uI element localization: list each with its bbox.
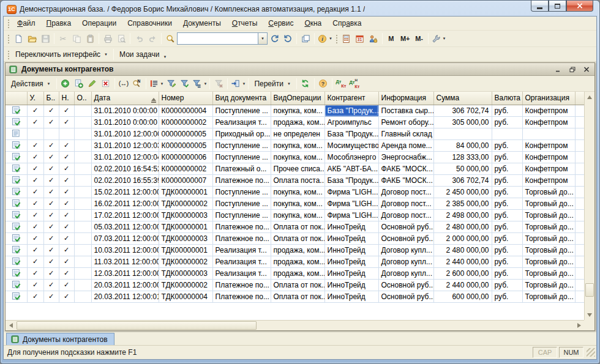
table-row[interactable]: ✓✓✓20.03.2011 12:00:00ТДК00000002Платежн… xyxy=(6,279,584,291)
cell-contr[interactable]: ИнноТрейд xyxy=(324,291,378,302)
cell-cur[interactable] xyxy=(492,128,522,139)
maximize-button[interactable] xyxy=(549,1,566,12)
column-header-filler[interactable] xyxy=(575,92,584,105)
cell-cur[interactable]: руб. xyxy=(492,291,522,302)
cell-info[interactable]: Основной руб... xyxy=(378,291,433,302)
info-button[interactable]: i▼ xyxy=(317,32,333,45)
add-button[interactable] xyxy=(59,77,72,91)
cell-check-o[interactable] xyxy=(74,221,91,232)
cell-check-o[interactable] xyxy=(74,267,91,279)
cell-sum[interactable]: 84 000,00 xyxy=(433,139,492,151)
cell-info[interactable]: ФАКБ "МОСК... xyxy=(378,163,433,174)
cell-check-o[interactable] xyxy=(74,232,91,244)
cell-org[interactable]: Конфетпром xyxy=(522,163,575,174)
cell-doc-status[interactable] xyxy=(6,105,27,116)
cell-check-b[interactable]: ✓ xyxy=(43,198,59,209)
cell-num[interactable]: ТДК00000003 xyxy=(159,209,212,221)
minimize-button[interactable] xyxy=(531,1,549,12)
table-row[interactable]: ✓✓✓10.03.2011 12:00:00ТДК00000001Реализа… xyxy=(6,244,584,256)
cell-check-o[interactable] xyxy=(74,163,91,174)
cell-cur[interactable]: руб. xyxy=(492,279,522,291)
table-row[interactable]: ✓✓✓31.01.2010 0:00:00К0000000004Поступле… xyxy=(6,105,584,116)
cell-org[interactable]: Конфетпром xyxy=(522,116,575,128)
cell-org[interactable]: Конфетпром xyxy=(522,105,575,116)
print-preview-button[interactable] xyxy=(114,32,128,45)
cell-contr[interactable]: Мособлэнерго xyxy=(324,151,378,163)
cell-check-n[interactable]: ✓ xyxy=(59,267,74,279)
cell-info[interactable]: ФАКБ "МОСК... xyxy=(378,174,433,186)
table-row[interactable]: ✓✓✓02.02.2010 16:55:39К0000000007Платежн… xyxy=(6,174,584,186)
cell-check-o[interactable] xyxy=(74,291,91,302)
cell-contr[interactable]: Фирма "LIGH... xyxy=(324,186,378,198)
column-header-date[interactable]: Дата xyxy=(91,92,159,105)
cell-check-n[interactable]: ✓ xyxy=(59,279,74,291)
column-header-num[interactable]: Номер xyxy=(159,92,212,105)
cell-op[interactable]: продажа, ком... xyxy=(271,267,324,279)
cell-cur[interactable]: руб. xyxy=(492,116,522,128)
cell-cur[interactable]: руб. xyxy=(492,174,522,186)
cell-date[interactable]: 05.03.2011 12:00:00 xyxy=(91,221,159,232)
column-header-n[interactable]: Н. xyxy=(59,92,74,105)
close-button[interactable] xyxy=(566,1,593,12)
scroll-up-button[interactable] xyxy=(585,92,594,102)
cell-sum[interactable]: 2 385 000,00 xyxy=(433,198,492,209)
menu-item-2[interactable]: Операции xyxy=(77,17,122,29)
cell-num[interactable]: К0000000004 xyxy=(159,105,212,116)
cell-op[interactable]: продажа, ком... xyxy=(271,256,324,267)
toolbar-grip[interactable] xyxy=(335,34,338,43)
cell-info[interactable]: Аренда поме... xyxy=(378,139,433,151)
cell-cur[interactable]: руб. xyxy=(492,267,522,279)
add-copy-button[interactable] xyxy=(72,77,86,91)
cell-check-u[interactable]: ✓ xyxy=(27,244,43,256)
cell-check-b[interactable]: ✓ xyxy=(43,291,59,302)
cell-date[interactable]: 20.03.2011 12:00:00 xyxy=(91,279,159,291)
cell-type[interactable]: Платежное по... xyxy=(212,232,271,244)
window-titlebar[interactable]: 1С Демонстрационная база. / Федоров Бори… xyxy=(3,1,597,16)
table-row[interactable]: ✓✓✓12.03.2011 12:00:00ТДК00000003Реализа… xyxy=(6,267,584,279)
cell-date[interactable]: 20.03.2011 12:00:01 xyxy=(91,291,159,302)
cell-contr[interactable]: ИнноТрейд xyxy=(324,232,378,244)
cell-op[interactable]: покупка, ком... xyxy=(271,151,324,163)
cell-cur[interactable]: руб. xyxy=(492,232,522,244)
cell-info[interactable]: Основной руб... xyxy=(378,279,433,291)
cell-doc-status[interactable] xyxy=(6,198,27,209)
cell-sum[interactable]: 2 000 000,00 xyxy=(433,232,492,244)
cell-check-u[interactable]: ✓ xyxy=(27,291,43,302)
cell-contr[interactable]: АКБ "АВТ-БА... xyxy=(324,163,378,174)
cell-org[interactable] xyxy=(522,128,575,139)
cell-check-b[interactable]: ✓ xyxy=(43,232,59,244)
cell-doc-status[interactable] xyxy=(6,279,27,291)
cell-check-u[interactable]: ✓ xyxy=(27,151,43,163)
cell-type[interactable]: Реализация т... xyxy=(212,244,271,256)
documents-window-titlebar[interactable]: Документы контрагентов xyxy=(6,63,594,76)
cell-check-n[interactable]: ✓ xyxy=(59,151,74,163)
cell-check-b[interactable]: ✓ xyxy=(43,151,59,163)
cell-date[interactable]: 31.01.2010 12:00:03 xyxy=(91,139,159,151)
cell-op[interactable]: Оплата от пок... xyxy=(271,232,324,244)
cell-info[interactable]: Основной руб... xyxy=(378,232,433,244)
cell-check-u[interactable]: ✓ xyxy=(27,267,43,279)
vertical-scrollbar[interactable] xyxy=(584,92,594,320)
help-button[interactable]: ? xyxy=(317,77,330,91)
cell-op[interactable]: покупка, ком... xyxy=(271,186,324,198)
cell-op[interactable]: продажа, ком... xyxy=(271,244,324,256)
cell-num[interactable]: ТДК00000001 xyxy=(159,221,212,232)
find-next-button[interactable] xyxy=(268,32,281,45)
cell-check-o[interactable] xyxy=(74,128,91,139)
cell-check-b[interactable]: ✓ xyxy=(43,279,59,291)
cell-doc-status[interactable] xyxy=(6,267,27,279)
cell-check-b[interactable]: ✓ xyxy=(43,209,59,221)
go-to-button[interactable]: Перейти▼ xyxy=(250,77,294,91)
calculator-button[interactable] xyxy=(340,32,353,45)
cell-num[interactable]: ТДК00000003 xyxy=(159,232,212,244)
delete-button[interactable] xyxy=(99,77,113,91)
filter-history-button[interactable]: ▼ xyxy=(191,77,208,91)
child-restore-button[interactable] xyxy=(567,65,578,74)
scroll-left-button[interactable] xyxy=(6,321,15,330)
cell-org[interactable]: Торговый до... xyxy=(522,279,575,291)
paste-button[interactable] xyxy=(83,32,97,45)
cell-check-n[interactable]: ✓ xyxy=(59,116,74,128)
horizontal-scrollbar[interactable] xyxy=(6,320,584,330)
cell-doc-status[interactable] xyxy=(6,209,27,221)
cell-sum[interactable]: 600 000,00 xyxy=(433,291,492,302)
